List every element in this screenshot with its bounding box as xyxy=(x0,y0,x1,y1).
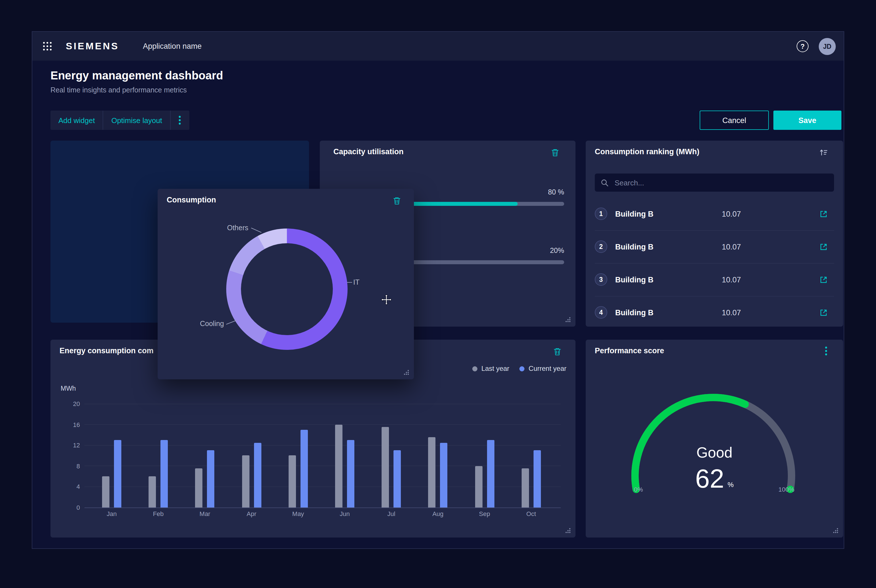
consumption-value: 10.07 xyxy=(722,308,741,316)
bar-current-year-jan xyxy=(114,440,122,507)
legend-dot xyxy=(520,366,525,371)
ranking-widget-title: Consumption ranking (MWh) xyxy=(595,147,699,156)
bar-last-year-aug xyxy=(428,437,436,507)
resize-handle[interactable] xyxy=(403,369,410,375)
x-axis-label: Aug xyxy=(423,510,453,517)
score-unit: % xyxy=(728,481,734,489)
ranking-widget: Consumption ranking (MWh) 1 Building B 1… xyxy=(586,141,843,327)
bar-current-year-feb xyxy=(160,440,168,507)
toolbar-more-icon[interactable] xyxy=(170,111,189,130)
page-subtitle: Real time insights and performance metri… xyxy=(51,86,223,94)
app-launcher-icon[interactable] xyxy=(42,41,52,51)
save-button[interactable]: Save xyxy=(773,111,842,130)
score-value: 62 % xyxy=(586,465,843,492)
legend-dot xyxy=(472,366,477,371)
bar-current-year-mar xyxy=(207,450,214,507)
y-axis-tick: 16 xyxy=(62,421,80,428)
bar-last-year-apr xyxy=(242,455,249,507)
x-axis-label: Mar xyxy=(190,510,220,517)
delete-widget-icon[interactable] xyxy=(553,346,563,357)
rank-badge: 1 xyxy=(595,207,607,220)
top-bar: SIEMENS Application name ? JD xyxy=(32,32,844,61)
chart-legend: Last year Current year xyxy=(472,364,566,372)
legend-label: Last year xyxy=(482,364,510,372)
rank-badge: 2 xyxy=(595,240,607,253)
page-actions: Cancel Save xyxy=(700,111,842,130)
bar-last-year-sep xyxy=(475,466,482,507)
bar-last-year-oct xyxy=(522,468,529,507)
consumption-donut xyxy=(226,228,348,350)
cancel-button[interactable]: Cancel xyxy=(700,111,769,130)
help-glyph: ? xyxy=(801,42,805,50)
ranking-row: 1 Building B 10.07 xyxy=(595,197,834,231)
delete-widget-icon[interactable] xyxy=(550,147,561,158)
gauge-max-label: 100% xyxy=(774,486,799,493)
performance-gauge xyxy=(586,340,843,537)
help-icon[interactable]: ? xyxy=(796,40,808,52)
resize-handle[interactable] xyxy=(565,316,571,322)
rank-badge: 3 xyxy=(595,273,607,286)
bar-last-year-jan xyxy=(102,476,110,507)
consumption-value: 10.07 xyxy=(722,210,741,218)
optimise-layout-button[interactable]: Optimise layout xyxy=(103,111,170,130)
delete-widget-icon[interactable] xyxy=(392,196,403,206)
bar-last-year-may xyxy=(289,455,296,507)
x-axis-label: Feb xyxy=(144,510,173,517)
x-axis-label: May xyxy=(284,510,313,517)
search-input[interactable] xyxy=(614,178,828,188)
bar-current-year-jul xyxy=(393,450,401,507)
page-head: Energy management dashboard Real time in… xyxy=(51,69,223,94)
x-axis-label: Oct xyxy=(516,510,546,517)
bar-current-year-sep xyxy=(487,440,494,507)
move-cursor-icon xyxy=(381,294,392,306)
y-axis-tick: 8 xyxy=(62,463,80,470)
open-external-icon[interactable] xyxy=(819,209,828,219)
open-external-icon[interactable] xyxy=(819,308,828,317)
donut-hole xyxy=(241,243,333,335)
consumption-value: 10.07 xyxy=(722,242,741,251)
building-name: Building B xyxy=(615,308,654,316)
donut-label-it: IT xyxy=(353,278,360,286)
gridline xyxy=(84,424,561,425)
y-axis-tick: 12 xyxy=(62,442,80,448)
sort-icon[interactable] xyxy=(818,147,830,158)
x-axis-label: Sep xyxy=(470,510,499,517)
widget-toolbar: Add widget Optimise layout xyxy=(51,111,189,130)
app-name: Application name xyxy=(143,42,202,51)
bar-last-year-mar xyxy=(195,468,203,507)
donut-label-others: Others xyxy=(227,224,248,232)
legend-item: Last year xyxy=(472,364,510,372)
ranking-row: 4 Building B 10.07 xyxy=(595,296,834,329)
score-label: Good xyxy=(586,444,843,462)
energy-plot: 048121620JanFebMarAprMayJunJulAugSepOct xyxy=(84,404,561,507)
add-widget-button[interactable]: Add widget xyxy=(51,111,103,130)
donut-label-cooling: Cooling xyxy=(200,320,224,328)
gauge-min-label: 0% xyxy=(629,486,648,493)
bar-current-year-oct xyxy=(534,450,541,507)
open-external-icon[interactable] xyxy=(819,275,828,284)
search-box xyxy=(595,174,834,192)
app-root: SIEMENS Application name ? JD Energy man… xyxy=(0,0,876,588)
building-name: Building B xyxy=(615,242,654,251)
consumption-widget-title: Consumption xyxy=(167,196,216,204)
avatar[interactable]: JD xyxy=(819,38,836,55)
consumption-value: 10.07 xyxy=(722,275,741,284)
search-icon xyxy=(600,178,609,187)
bar-current-year-aug xyxy=(440,443,448,507)
x-axis-label: Apr xyxy=(237,510,266,517)
gridline xyxy=(84,404,561,404)
open-external-icon[interactable] xyxy=(819,242,828,252)
brand-logo: SIEMENS xyxy=(66,40,119,52)
y-axis-tick: 4 xyxy=(62,483,80,490)
resize-handle[interactable] xyxy=(565,527,571,534)
bar-last-year-jul xyxy=(382,427,389,507)
legend-item: Current year xyxy=(520,364,566,372)
app-window: SIEMENS Application name ? JD Energy man… xyxy=(32,31,844,549)
y-axis-title: MWh xyxy=(61,385,76,392)
energy-widget-title: Energy consumption com xyxy=(60,346,154,355)
bar-last-year-feb xyxy=(148,476,156,507)
resize-handle[interactable] xyxy=(832,527,838,534)
consumption-widget[interactable]: Consumption Others IT Cooling xyxy=(158,189,414,380)
rank-badge: 4 xyxy=(595,306,607,319)
x-axis-label: Jan xyxy=(97,510,126,517)
